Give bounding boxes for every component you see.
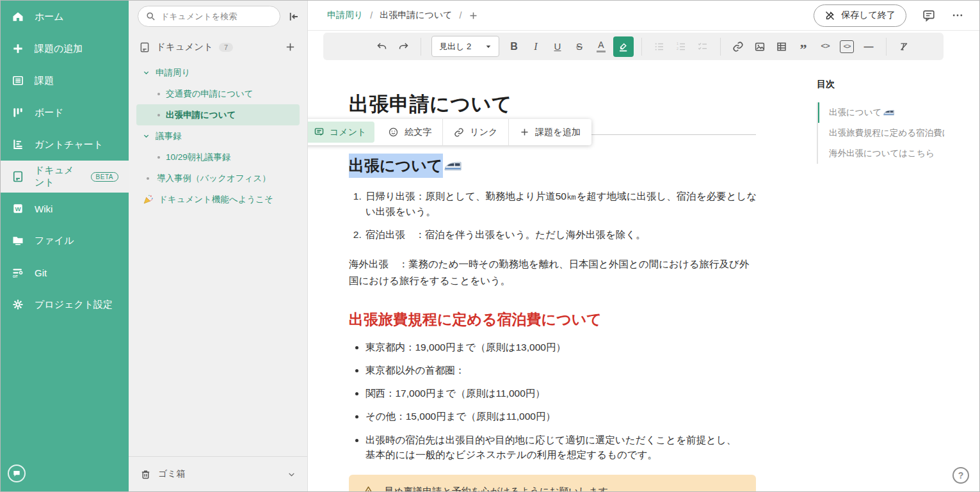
bold-button[interactable]: B	[504, 37, 524, 56]
add-comment-button[interactable]: コメント	[308, 122, 374, 143]
nav-item-gantt[interactable]: ガントチャート	[1, 129, 129, 161]
heading-style-select[interactable]: 見出し 2	[431, 36, 499, 57]
nav-item-issues[interactable]: 課題	[1, 65, 129, 97]
horizontal-rule-button[interactable]: —	[859, 37, 878, 56]
comments-icon[interactable]	[922, 8, 936, 22]
chevron-down-icon[interactable]	[287, 470, 296, 479]
trash-label: ゴミ箱	[158, 468, 186, 480]
nav-label: ボード	[35, 107, 64, 119]
nav-label: プロジェクト設定	[35, 299, 113, 311]
more-options-icon[interactable]	[951, 9, 964, 22]
save-and-exit-button[interactable]: 保存して終了	[814, 4, 906, 27]
toc-item-overseas[interactable]: 海外出張についてはこちら	[818, 143, 945, 164]
toc-list: 出張について 出張旅費規程に定める宿泊費につ... 海外出張についてはこちら	[817, 102, 945, 164]
header-actions: 保存して終了	[814, 4, 964, 27]
search-box[interactable]	[138, 6, 280, 27]
bullet-list-button[interactable]	[650, 37, 669, 56]
files-icon	[11, 234, 25, 248]
undo-button[interactable]	[372, 37, 391, 56]
add-issue-button[interactable]: 課題を追加	[508, 119, 591, 145]
inline-code-button[interactable]: <>	[815, 37, 835, 56]
bullet-dot-icon	[157, 93, 160, 95]
documents-count-badge: 7	[219, 43, 233, 52]
document-icon	[139, 42, 150, 53]
tree-doc-koutsuuhi[interactable]: 交通費の申請について	[136, 83, 300, 104]
blockquote-button[interactable]: ”	[794, 37, 813, 56]
documents-title: ドキュメント	[156, 41, 213, 53]
board-icon	[11, 106, 25, 120]
tree-doc-welcome[interactable]: ドキュメント機能へようこそ	[136, 189, 300, 210]
bullet-train-emoji	[444, 160, 462, 172]
search-icon	[146, 12, 156, 21]
tree-doc-dounyuujirei[interactable]: 導入事例（バックオフィス）	[136, 168, 300, 189]
bullet-dot-icon	[157, 114, 160, 116]
toc-item-lodging[interactable]: 出張旅費規程に定める宿泊費につ...	[818, 123, 945, 143]
nav-label: ホーム	[35, 11, 64, 23]
search-row	[129, 1, 307, 31]
checklist-button[interactable]	[693, 37, 712, 56]
document-sidebar: ドキュメント 7 申請周り 交通費の申請について 出張申請について 議事録	[129, 1, 308, 491]
toolbar-separator	[421, 38, 421, 56]
add-document-button[interactable]	[285, 42, 296, 52]
add-issue-label: 課題を追加	[535, 127, 580, 138]
table-button[interactable]	[772, 37, 791, 56]
tree-label: 出張申請について	[166, 109, 236, 121]
toc-label: 出張について	[829, 107, 881, 118]
document-title: 出張申請について	[349, 91, 759, 118]
help-button[interactable]: ?	[952, 467, 969, 484]
selected-text: 出張について	[349, 154, 443, 178]
tree-label: 申請周り	[156, 67, 190, 79]
nav-item-board[interactable]: ボード	[1, 97, 129, 129]
nav-label: Git	[35, 267, 47, 278]
breadcrumb-parent-link[interactable]: 申請周り	[327, 10, 363, 21]
add-emoji-button[interactable]: 絵文字	[377, 119, 442, 145]
strikethrough-button[interactable]: S	[570, 37, 589, 56]
text-color-button[interactable]: A	[591, 37, 611, 56]
comment-segment: コメント	[308, 119, 377, 145]
link-button[interactable]	[728, 37, 748, 56]
nav-label: ファイル	[35, 235, 74, 247]
nav-item-git[interactable]: GIT Git	[1, 257, 129, 289]
list-item: 出張時の宿泊先は出張目的や目的地に応じて適切に選定いただくことを前提とし、 基本…	[365, 432, 759, 463]
wiki-icon: W	[11, 202, 25, 216]
trash-section[interactable]: ゴミ箱	[129, 456, 307, 491]
redo-button[interactable]	[394, 37, 413, 56]
search-input[interactable]	[161, 12, 272, 21]
tree-doc-chourei[interactable]: 10/29朝礼議事録	[136, 147, 300, 168]
nav-item-add-issue[interactable]: 課題の追加	[1, 33, 129, 65]
toc-item-trip[interactable]: 出張について	[818, 102, 945, 123]
nav-item-files[interactable]: ファイル	[1, 225, 129, 257]
tree-folder-gijiroku[interactable]: 議事録	[136, 125, 300, 147]
link-icon	[454, 127, 464, 138]
document-editor[interactable]: 出張申請について 出張について 日帰り出張：原則として、勤務地より片道50㎞を超…	[308, 91, 759, 491]
italic-button[interactable]: I	[526, 37, 545, 56]
breadcrumb-add-icon[interactable]	[469, 11, 478, 20]
tree-doc-shucchou-selected[interactable]: 出張申請について	[136, 104, 300, 125]
clear-format-button[interactable]	[894, 37, 913, 56]
toolbar-separator	[641, 38, 642, 56]
lodging-fee-list: 東京都内：19,000円まで（原則は13,000円） 東京都以外の首都圏： 関西…	[349, 340, 759, 463]
warning-callout: 早め稟議申請と予約を心がけるようにお願いします。	[349, 475, 756, 491]
add-link-button[interactable]: リンク	[442, 119, 508, 145]
highlight-button-active[interactable]	[613, 36, 634, 57]
nav-item-project-settings[interactable]: プロジェクト設定	[1, 289, 129, 321]
nav-item-documents[interactable]: ドキュメント BETA	[1, 161, 129, 193]
list-item: 東京都内：19,000円まで（原則は13,000円）	[365, 340, 759, 354]
image-button[interactable]	[750, 37, 769, 56]
project-nav: ホーム 課題の追加 課題 ボード ガントチャート ドキュメント BETA W W…	[1, 1, 129, 491]
nav-item-home[interactable]: ホーム	[1, 1, 129, 33]
chevron-down-icon[interactable]	[143, 132, 150, 139]
tree-folder-shinsei[interactable]: 申請周り	[136, 62, 300, 83]
tree-label: ドキュメント機能へようこそ	[159, 194, 273, 205]
numbered-list-button[interactable]: 12	[671, 37, 691, 56]
collapse-sidebar-icon[interactable]	[288, 11, 300, 22]
pencil-slash-icon	[824, 10, 835, 21]
underline-button[interactable]: U	[548, 37, 567, 56]
heading-select-value: 見出し 2	[439, 41, 471, 52]
feedback-button[interactable]	[8, 464, 26, 482]
emoji-label: 絵文字	[405, 127, 431, 138]
chevron-down-icon[interactable]	[143, 69, 150, 76]
tree-label: 10/29朝礼議事録	[166, 152, 230, 163]
nav-item-wiki[interactable]: W Wiki	[1, 193, 129, 225]
code-block-button[interactable]: <>	[837, 37, 856, 56]
